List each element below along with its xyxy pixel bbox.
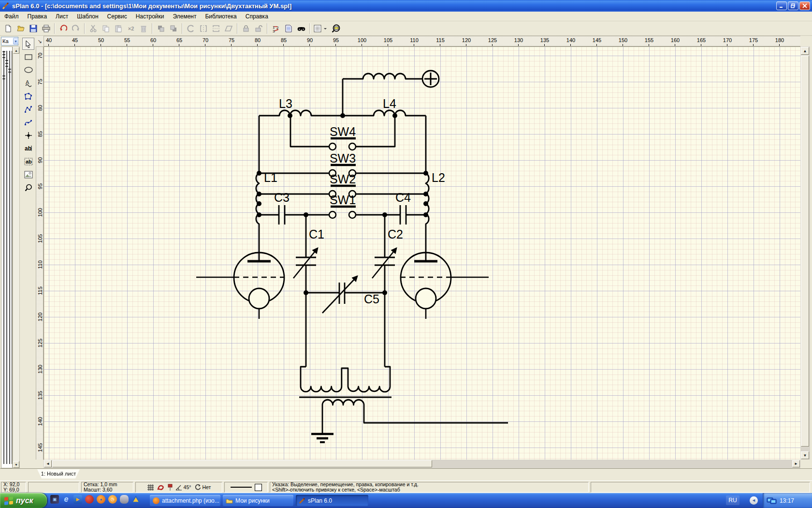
menu-item[interactable]: Правка — [23, 12, 52, 21]
menu-item[interactable]: Справка — [241, 12, 273, 21]
tool-pointer[interactable] — [22, 38, 34, 50]
label-c4[interactable]: C4 — [395, 191, 411, 204]
tool-magnifier[interactable] — [22, 181, 34, 194]
acdsee-icon[interactable] — [131, 495, 140, 504]
print-button[interactable] — [40, 22, 52, 35]
freehand-icon[interactable] — [157, 484, 165, 491]
send-back-button[interactable] — [167, 22, 180, 35]
label-l3[interactable]: L3 — [279, 97, 292, 110]
undo-button[interactable] — [57, 22, 70, 35]
transformer-primary[interactable] — [301, 367, 390, 392]
scroll-down-icon[interactable]: ▼ — [801, 451, 809, 459]
unlock-button[interactable] — [252, 22, 265, 35]
new-button[interactable] — [2, 22, 14, 35]
label-l2[interactable]: L2 — [432, 171, 445, 184]
menu-bar[interactable]: ФайлПравкаЛистШаблонСервисНастройкиЭлеме… — [0, 12, 812, 21]
vacuum-tube-left[interactable] — [196, 253, 285, 319]
timer-icon[interactable]: ◷ — [108, 495, 117, 504]
library-scrollbar[interactable]: ▲ ▼ — [13, 46, 20, 468]
vertical-scrollbar[interactable]: ▲ ▼ — [800, 46, 810, 460]
zoom-button[interactable] — [330, 22, 342, 35]
switch-sw4[interactable] — [329, 138, 356, 150]
chevron-down-icon[interactable]: ▼ — [13, 38, 18, 45]
label-sw3[interactable]: SW3 — [330, 151, 356, 165]
tool-polygon[interactable] — [22, 90, 34, 102]
open-button[interactable] — [14, 22, 27, 35]
tool-node[interactable] — [22, 129, 34, 141]
tool-image[interactable] — [22, 168, 34, 180]
coil-l1[interactable] — [256, 173, 259, 261]
redo-button[interactable] — [70, 22, 82, 35]
paste-button[interactable] — [112, 22, 125, 35]
download-manager-icon[interactable] — [85, 495, 94, 504]
menu-item[interactable]: Лист — [51, 12, 72, 21]
plate-choke-inductor[interactable] — [343, 74, 422, 79]
fill-style-sample[interactable] — [255, 484, 262, 491]
task-button-attachment[interactable]: attachment.php (изо... — [150, 495, 220, 506]
scroll-up-icon[interactable]: ▲ — [801, 47, 809, 55]
shear-button[interactable] — [222, 22, 235, 35]
snap-grid-icon[interactable] — [147, 484, 154, 491]
rotate-button[interactable] — [185, 22, 197, 35]
horizontal-scrollbar[interactable]: ◄ ► — [44, 460, 800, 468]
task-button-my-pictures[interactable]: Мои рисунки — [223, 495, 293, 506]
title-bar[interactable]: sPlan 6.0 - [c:\documents and settings\1… — [0, 0, 812, 12]
menu-item[interactable]: Настройки — [131, 12, 169, 21]
parts-list-button[interactable] — [282, 22, 295, 35]
scroll-down-icon[interactable]: ▼ — [13, 461, 19, 468]
search-button[interactable] — [295, 22, 307, 35]
angle-icon[interactable] — [175, 484, 182, 491]
task-button-splan[interactable]: sPlan 6.0 — [296, 495, 368, 506]
tool-special-form[interactable]: A — [22, 77, 34, 89]
library-preview-list[interactable] — [1, 46, 13, 468]
display-settings-icon[interactable] — [767, 497, 777, 505]
menu-item[interactable]: Библиотека — [201, 12, 241, 21]
label-sw2[interactable]: SW2 — [330, 172, 356, 186]
minimize-button[interactable] — [776, 1, 787, 10]
scroll-right-icon[interactable]: ► — [792, 460, 800, 467]
switch-sw1[interactable] — [329, 207, 356, 218]
renumber-button[interactable]: 123 — [270, 22, 282, 35]
schematic-canvas[interactable]: L3 L4 SW4 SW3 SW2 SW1 L1 L2 C3 C4 C1 C2 … — [44, 46, 800, 460]
mirror-horizontal-button[interactable] — [197, 22, 210, 35]
desktop-icon[interactable]: ▣ — [50, 495, 59, 504]
tool-ellipse[interactable] — [22, 64, 34, 76]
label-c5[interactable]: C5 — [364, 292, 379, 306]
menu-item[interactable]: Шаблон — [72, 12, 102, 21]
label-l4[interactable]: L4 — [383, 97, 396, 110]
tray-hide-chevron-icon[interactable]: ◄ — [750, 496, 758, 505]
sheet-tab[interactable]: 1: Новый лист — [37, 469, 80, 478]
label-sw1[interactable]: SW1 — [330, 193, 356, 207]
pin-icon[interactable] — [168, 484, 173, 491]
rotate-icon[interactable] — [194, 484, 201, 491]
start-button[interactable]: пуск — [0, 493, 47, 508]
menu-item[interactable]: Элемент — [169, 12, 201, 21]
label-sw4[interactable]: SW4 — [330, 125, 356, 138]
mouse-settings-icon[interactable] — [120, 495, 129, 504]
bring-front-button[interactable] — [155, 22, 167, 35]
tool-text-box[interactable]: ab — [22, 155, 34, 167]
capacitor-c3[interactable] — [279, 205, 285, 224]
save-button[interactable] — [27, 22, 40, 35]
internet-explorer-icon[interactable]: e — [62, 495, 71, 504]
restore-button[interactable] — [788, 1, 798, 10]
tool-text[interactable]: ab — [22, 142, 34, 154]
cut-button[interactable] — [87, 22, 100, 35]
tool-polyline[interactable] — [22, 103, 34, 115]
variable-capacitor-c1[interactable] — [293, 215, 318, 293]
grid-settings-button[interactable] — [312, 22, 330, 35]
horizontal-scroll-thumb[interactable] — [52, 460, 432, 467]
copy-button[interactable] — [100, 22, 112, 35]
menu-item[interactable]: Сервис — [103, 12, 131, 21]
label-c1[interactable]: C1 — [309, 227, 324, 241]
capacitor-c4[interactable] — [400, 205, 406, 224]
lock-button[interactable] — [240, 22, 252, 35]
tool-bezier[interactable] — [22, 116, 34, 128]
tool-rectangle[interactable] — [22, 51, 34, 63]
label-l1[interactable]: L1 — [264, 171, 277, 184]
angle-value[interactable]: 45° — [184, 485, 191, 490]
tray-clock[interactable]: 13:17 — [780, 497, 794, 504]
vertical-scroll-thumb[interactable] — [801, 56, 809, 447]
mirror-vertical-button[interactable] — [210, 22, 222, 35]
scroll-left-icon[interactable]: ◄ — [44, 460, 52, 467]
